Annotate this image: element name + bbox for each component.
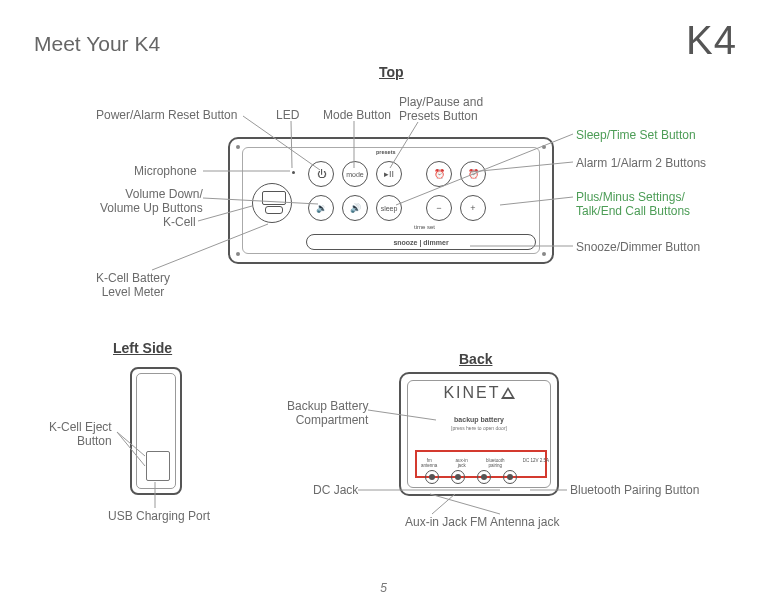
volume-down-button[interactable]: 🔉 [308,195,334,221]
brand-triangle-icon [501,387,515,399]
callout-microphone: Microphone [134,165,197,179]
screw-dot [542,252,546,256]
led-indicator [292,171,295,174]
callout-bt-pairing: Bluetooth Pairing Button [570,484,699,498]
play-pause-button[interactable]: ▸II [376,161,402,187]
jack-row [425,470,517,484]
callout-aux-jack: Aux-in Jack [405,516,467,530]
backup-battery-sublabel: [press here to open door] [401,425,557,431]
time-set-small-label: time set [414,224,435,230]
spacer [410,161,418,187]
fm-antenna-jack[interactable] [425,470,439,484]
k-cell-slot [252,183,292,223]
aux-in-jack[interactable] [451,470,465,484]
port-label-bt: bluetooth pairing [486,458,505,468]
callout-power-alarm-reset: Power/Alarm Reset Button [96,109,237,123]
section-left-side: Left Side [113,340,172,356]
spacer [410,195,418,221]
mode-button[interactable]: mode [342,161,368,187]
backup-battery-label: backup battery [401,416,557,423]
model-label: K4 [686,18,737,63]
port-label-aux: aux-in jack [456,458,468,468]
callout-kcell: K-Cell [163,216,196,230]
callout-dc-jack: DC Jack [313,484,358,498]
callout-plus-minus: Plus/Minus Settings/ Talk/End Call Butto… [576,191,690,219]
callout-led: LED [276,109,299,123]
plus-button[interactable]: + [460,195,486,221]
section-back: Back [459,351,492,367]
top-button-row-2: 🔉 🔊 sleep − + [308,195,486,221]
callout-mode: Mode Button [323,109,391,123]
port-label-fm: fm antenna [421,458,437,468]
bluetooth-pairing-button[interactable] [477,470,491,484]
screw-dot [236,252,240,256]
alarm-2-button[interactable]: ⏰ [460,161,486,187]
svg-line-18 [432,494,455,514]
callout-play-pause: Play/Pause and Presets Button [399,96,483,124]
top-button-row-1: ⏻ mode ▸II ⏰ ⏰ [308,161,486,187]
callout-fm-antenna: FM Antenna jack [470,516,559,530]
port-label-dc: DC 12V 2.5A [523,458,549,468]
volume-up-button[interactable]: 🔊 [342,195,368,221]
minus-button[interactable]: − [426,195,452,221]
page-number: 5 [380,581,387,595]
brand-logo: KINET [401,384,557,402]
callout-kcell-battery: K-Cell Battery Level Meter [96,272,170,300]
callout-snooze-dimmer: Snooze/Dimmer Button [576,241,700,255]
left-side-ports [146,451,170,481]
screw-dot [542,145,546,149]
sleep-button[interactable]: sleep [376,195,402,221]
screw-dot [236,145,240,149]
section-top: Top [379,64,404,80]
callout-usb-port: USB Charging Port [108,510,210,524]
callout-kcell-eject: K-Cell Eject Button [49,421,112,449]
power-button[interactable]: ⏻ [308,161,334,187]
callout-volume: Volume Down/ Volume Up Buttons [100,188,203,216]
callout-backup-battery: Backup Battery Compartment [287,400,368,428]
top-panel: presets ⏻ mode ▸II ⏰ ⏰ 🔉 🔊 sleep − + tim… [228,137,554,264]
presets-small-label: presets [376,149,396,155]
back-panel: KINET backup battery [press here to open… [399,372,559,496]
snooze-dimmer-bar[interactable]: snooze | dimmer [306,234,536,250]
dc-jack[interactable] [503,470,517,484]
svg-line-19 [430,494,500,514]
callout-alarm12: Alarm 1/Alarm 2 Buttons [576,157,706,171]
left-side-panel [130,367,182,495]
callout-sleep-time-set: Sleep/Time Set Button [576,129,696,143]
brand-text: KINET [443,384,500,401]
alarm-1-button[interactable]: ⏰ [426,161,452,187]
page-title: Meet Your K4 [34,32,160,56]
jack-labels-row: fm antenna aux-in jack bluetooth pairing… [421,458,549,468]
